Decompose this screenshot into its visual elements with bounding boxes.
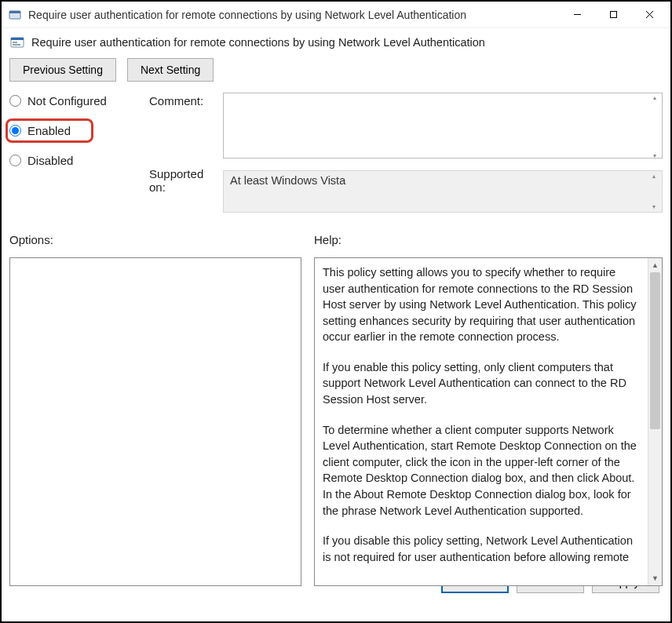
app-icon — [8, 8, 22, 22]
policy-icon — [9, 35, 25, 50]
state-radio-group: Not Configured Enabled Disabled — [9, 93, 149, 213]
radio-not-configured-label: Not Configured — [27, 94, 107, 107]
window-controls — [559, 3, 667, 27]
help-paragraph: If you disable this policy setting, Netw… — [323, 533, 640, 565]
spinner-down-icon[interactable]: ▾ — [652, 203, 656, 210]
help-label: Help: — [314, 233, 663, 246]
supported-on-label: Supported on: — [149, 166, 223, 194]
radio-disabled-input[interactable] — [9, 155, 21, 166]
maximize-button[interactable] — [595, 3, 631, 27]
help-paragraph: This policy setting allows you to specif… — [323, 264, 640, 345]
supported-on-field: At least Windows Vista ▴ ▾ — [223, 170, 663, 213]
svg-rect-1 — [9, 11, 20, 13]
previous-setting-button[interactable]: Previous Setting — [9, 58, 116, 82]
radio-not-configured-input[interactable] — [9, 95, 21, 107]
comment-input[interactable] — [223, 93, 663, 158]
radio-enabled-label: Enabled — [27, 124, 71, 137]
policy-title: Require user authentication for remote c… — [31, 36, 485, 49]
nav-buttons: Previous Setting Next Setting — [2, 58, 670, 88]
svg-rect-7 — [11, 38, 24, 40]
supported-spinner[interactable]: ▴ ▾ — [648, 173, 660, 210]
radio-enabled-input[interactable] — [9, 125, 21, 137]
minimize-button[interactable] — [559, 3, 595, 27]
options-pane — [9, 257, 301, 586]
comment-spinner[interactable]: ▴ ▾ — [648, 94, 661, 159]
svg-rect-3 — [610, 12, 616, 18]
radio-enabled[interactable]: Enabled — [9, 124, 71, 137]
spinner-up-icon[interactable]: ▴ — [653, 94, 656, 101]
close-button[interactable] — [631, 3, 667, 27]
next-setting-button[interactable]: Next Setting — [127, 58, 214, 82]
svg-rect-8 — [13, 42, 17, 43]
scroll-thumb[interactable] — [650, 272, 660, 429]
radio-disabled[interactable]: Disabled — [9, 154, 149, 167]
window-titlebar: Require user authentication for remote c… — [2, 2, 670, 28]
help-paragraph: To determine whether a client computer s… — [323, 422, 640, 519]
help-scrollbar[interactable]: ▲ ▼ — [648, 258, 662, 585]
help-pane: This policy setting allows you to specif… — [314, 257, 663, 586]
scroll-down-icon[interactable]: ▼ — [648, 571, 662, 585]
options-label: Options: — [9, 233, 314, 246]
policy-header: Require user authentication for remote c… — [2, 28, 670, 58]
comment-label: Comment: — [149, 93, 223, 107]
window-title: Require user authentication for remote c… — [28, 9, 559, 21]
help-paragraph: If you enable this policy setting, only … — [323, 359, 640, 408]
radio-not-configured[interactable]: Not Configured — [9, 94, 149, 107]
svg-rect-9 — [13, 44, 20, 46]
supported-on-value: At least Windows Vista — [230, 174, 345, 187]
radio-disabled-label: Disabled — [27, 154, 73, 167]
spinner-up-icon[interactable]: ▴ — [652, 173, 656, 180]
enabled-highlight: Enabled — [5, 118, 93, 143]
spinner-down-icon[interactable]: ▾ — [653, 152, 656, 159]
help-text: This policy setting allows you to specif… — [315, 258, 648, 585]
scroll-up-icon[interactable]: ▲ — [648, 258, 662, 272]
